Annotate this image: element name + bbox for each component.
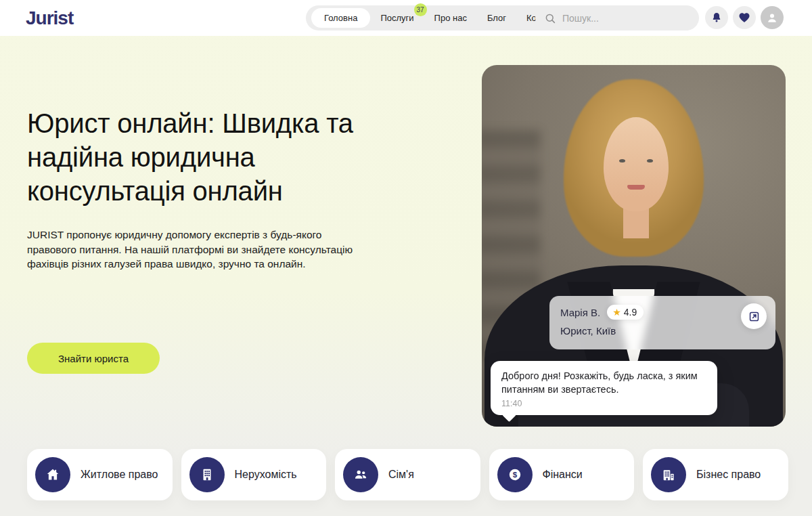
building-icon bbox=[189, 457, 225, 492]
lawyer-photo: Марія В. ★ 4.9 Юрист, Київ Доброго bbox=[482, 65, 786, 427]
external-link-icon bbox=[748, 310, 761, 323]
category-card-family[interactable]: Сім'я bbox=[335, 449, 480, 500]
header: Jurist Головна Послуги 37 Про нас Блог К… bbox=[0, 0, 812, 36]
photo-person-lips bbox=[627, 185, 645, 190]
open-profile-button[interactable] bbox=[741, 303, 767, 329]
search-bar[interactable] bbox=[535, 5, 699, 30]
category-label: Бізнес право bbox=[696, 469, 761, 481]
nav-item-services[interactable]: Послуги 37 bbox=[370, 8, 424, 28]
landing-page: Jurist Головна Послуги 37 Про нас Блог К… bbox=[0, 0, 812, 516]
category-label: Сім'я bbox=[388, 469, 414, 481]
category-label: Фінанси bbox=[543, 469, 583, 481]
category-card-business-law[interactable]: Бізнес право bbox=[643, 449, 788, 500]
heart-icon bbox=[738, 12, 750, 24]
chat-message-text: Доброго дня! Розкажіть, будь ласка, з як… bbox=[501, 369, 706, 396]
star-icon: ★ bbox=[612, 307, 621, 317]
nav-item-services-label: Послуги bbox=[380, 13, 413, 23]
search-icon bbox=[544, 12, 556, 24]
search-input[interactable] bbox=[562, 13, 677, 24]
nav-item-blog[interactable]: Блог bbox=[477, 8, 516, 28]
category-card-real-estate[interactable]: Нерухомість bbox=[181, 449, 327, 500]
nav-item-home[interactable]: Головна bbox=[311, 8, 370, 28]
category-card-housing-law[interactable]: Житлове право bbox=[27, 449, 173, 500]
svg-text:$: $ bbox=[512, 471, 517, 479]
hero-description: JURIST пропонує юридичну допомогу експер… bbox=[27, 228, 369, 272]
nav-item-about-label: Про нас bbox=[434, 13, 467, 23]
chat-message-time: 11:40 bbox=[501, 399, 706, 408]
hero-title: Юрист онлайн: Швидка та надійна юридична… bbox=[27, 106, 359, 208]
brand-logo[interactable]: Jurist bbox=[26, 7, 73, 29]
rating-value: 4.9 bbox=[624, 307, 637, 318]
family-icon bbox=[343, 457, 378, 492]
bell-icon bbox=[710, 12, 723, 24]
chat-message-bubble: Доброго дня! Розкажіть, будь ласка, з як… bbox=[491, 361, 717, 415]
find-lawyer-button[interactable]: Знайти юриста bbox=[27, 343, 160, 374]
nav-item-about[interactable]: Про нас bbox=[424, 8, 477, 28]
lawyer-subtitle: Юрист, Київ bbox=[560, 325, 765, 337]
nav-item-home-label: Головна bbox=[324, 13, 357, 23]
home-icon bbox=[35, 457, 70, 492]
nav-item-blog-label: Блог bbox=[487, 13, 506, 23]
photo-person-face bbox=[604, 117, 669, 211]
notifications-button[interactable] bbox=[705, 6, 728, 29]
lawyer-info-card: Марія В. ★ 4.9 Юрист, Київ bbox=[549, 296, 775, 349]
finance-icon: $ bbox=[497, 457, 533, 492]
photo-person-eye bbox=[619, 159, 625, 163]
category-label: Нерухомість bbox=[235, 469, 297, 481]
business-icon bbox=[651, 457, 686, 492]
category-cards-row: Житлове право Нерухомість bbox=[27, 449, 788, 500]
photo-person-eye bbox=[647, 159, 653, 163]
lawyer-name: Марія В. bbox=[560, 307, 600, 318]
favorites-button[interactable] bbox=[733, 6, 756, 29]
profile-button[interactable] bbox=[761, 6, 784, 29]
category-card-finance[interactable]: $ Фінанси bbox=[489, 449, 635, 500]
user-avatar-icon bbox=[765, 11, 779, 24]
category-label: Житлове право bbox=[81, 469, 158, 481]
rating-badge[interactable]: ★ 4.9 bbox=[607, 305, 644, 320]
